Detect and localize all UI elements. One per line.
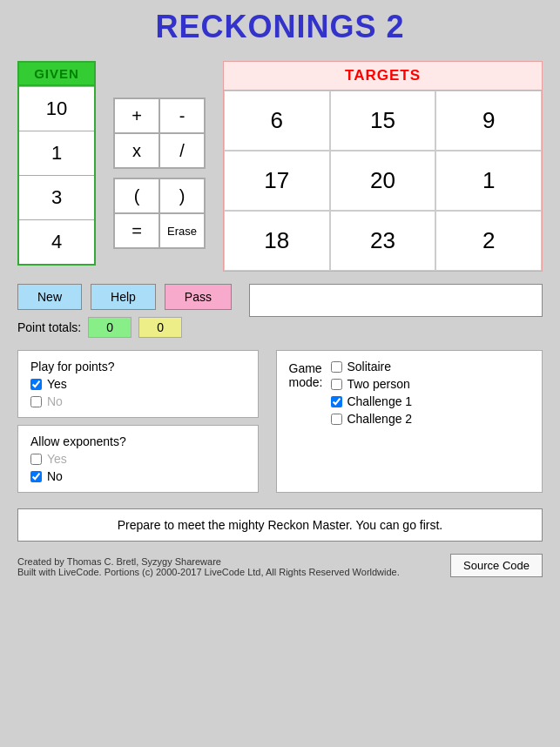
exp-no-label: No [47,469,63,483]
target-2-1[interactable]: 23 [330,211,436,271]
game-mode-solitaire[interactable]: Solitaire [331,360,412,374]
point-yellow: 0 [138,317,182,338]
given-cell-1[interactable]: 1 [19,131,94,175]
play-no-row: No [30,394,246,408]
options-row: Play for points? Yes No Allow exponents?… [17,350,543,493]
target-0-0[interactable]: 6 [224,91,330,151]
op-minus[interactable]: - [159,98,205,133]
play-yes-checkbox[interactable] [30,379,42,390]
status-box: Prepare to meet the mighty Reckon Master… [17,508,543,542]
target-1-2[interactable]: 1 [435,151,542,211]
expression-box[interactable] [249,284,543,317]
op-divide[interactable]: / [159,133,205,168]
op-plus[interactable]: + [114,98,159,133]
game-mode-options: Solitaire Two person Challenge 1 Challen… [331,360,412,426]
source-code-button[interactable]: Source Code [450,554,543,577]
page-title: RECKONINGS 2 [17,9,543,45]
play-for-points-label: Play for points? [30,360,115,374]
play-no-checkbox[interactable] [30,396,42,407]
pass-button[interactable]: Pass [165,284,232,310]
play-for-points-box: Play for points? Yes No [17,350,259,418]
op-equals[interactable]: = [114,213,159,248]
allow-exponents-label: Allow exponents? [30,434,126,448]
given-box: GIVEN 10 1 3 4 [17,61,96,266]
two-person-label: Two person [347,377,409,391]
operators-area: + - x / ( ) = Erase [113,98,206,272]
play-no-label: No [47,394,63,408]
exp-yes-label: Yes [47,452,67,466]
challenge1-checkbox[interactable] [331,396,342,407]
challenge2-checkbox[interactable] [331,414,342,425]
two-person-checkbox[interactable] [331,379,342,390]
operator-grid-1: + - x / [113,98,206,169]
op-open-paren[interactable]: ( [114,178,159,213]
targets-header: TARGETS [224,62,542,91]
exp-no-checkbox[interactable] [30,471,42,482]
operator-grid-2: ( ) = Erase [113,178,206,249]
target-1-0[interactable]: 17 [224,151,330,211]
play-yes-label: Yes [47,377,67,391]
given-header: GIVEN [19,63,94,86]
options-left: Play for points? Yes No Allow exponents?… [17,350,259,493]
footer: Created by Thomas C. Bretl, Syzygy Share… [17,554,543,577]
point-totals-label: Point totals: [17,320,81,334]
footer-line1: Created by Thomas C. Bretl, Syzygy Share… [17,556,400,567]
target-0-2[interactable]: 9 [435,91,542,151]
targets-box: TARGETS 6 15 9 17 20 1 18 23 2 [223,61,543,272]
op-times[interactable]: x [114,133,159,168]
op-close-paren[interactable]: ) [159,178,205,213]
target-1-1[interactable]: 20 [330,151,436,211]
play-yes-row: Yes [30,377,246,391]
game-mode-challenge2[interactable]: Challenge 2 [331,412,412,426]
targets-area: TARGETS 6 15 9 17 20 1 18 23 2 [223,61,543,272]
given-cell-3[interactable]: 4 [19,219,94,264]
solitaire-checkbox[interactable] [331,361,342,373]
target-0-1[interactable]: 15 [330,91,436,151]
points-row: Point totals: 0 0 [17,317,232,338]
op-erase[interactable]: Erase [159,213,205,248]
target-2-0[interactable]: 18 [224,211,330,271]
game-mode-challenge1[interactable]: Challenge 1 [331,394,412,408]
challenge2-label: Challenge 2 [347,412,412,426]
footer-text: Created by Thomas C. Bretl, Syzygy Share… [17,556,400,577]
allow-exponents-box: Allow exponents? Yes No [17,425,259,493]
buttons-row: New Help Pass [17,284,232,310]
new-button[interactable]: New [17,284,82,310]
solitaire-label: Solitaire [347,360,391,374]
targets-grid: 6 15 9 17 20 1 18 23 2 [224,91,542,271]
given-cell-2[interactable]: 3 [19,175,94,219]
footer-line2: Built with LiveCode. Portions (c) 2000-2… [17,567,400,577]
game-mode-label: Gamemode: [289,361,323,389]
game-mode-box: Gamemode: Solitaire Two person Challenge… [276,350,543,493]
exp-yes-checkbox[interactable] [30,454,42,465]
challenge1-label: Challenge 1 [347,394,412,408]
exp-yes-row: Yes [30,452,246,466]
game-mode-two-person[interactable]: Two person [331,377,412,391]
exp-no-row: No [30,469,246,483]
target-2-2[interactable]: 2 [435,211,542,271]
help-button[interactable]: Help [91,284,156,310]
point-green: 0 [88,317,132,338]
given-cell-0[interactable]: 10 [19,86,94,131]
